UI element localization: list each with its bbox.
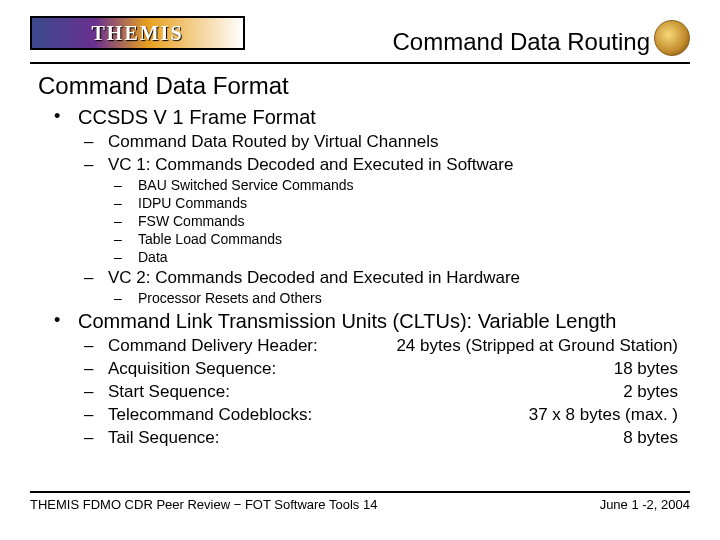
footer-right: June 1 -2, 2004 [600,497,690,512]
bullet-text: Data [138,249,168,265]
cltu-label: Acquisition Sequence: [108,359,276,378]
list-item: Command Delivery Header: 24 bytes (Strip… [78,336,690,356]
bullet-text: CCSDS V 1 Frame Format [78,106,316,128]
bullet-text: Table Load Commands [138,231,282,247]
cltu-value: 37 x 8 bytes (max. ) [529,405,678,425]
cltu-label: Tail Sequence: [108,428,220,447]
list-item: Start Sequence: 2 bytes [78,382,690,402]
slide-header: THEMIS Command Data Routing [30,0,690,64]
bullet-list: CCSDS V 1 Frame Format Command Data Rout… [44,106,690,448]
bullet-text: BAU Switched Service Commands [138,177,354,193]
list-item: CCSDS V 1 Frame Format Command Data Rout… [44,106,690,306]
list-item: VC 2: Commands Decoded and Executed in H… [78,268,690,306]
list-item: Tail Sequence: 8 bytes [78,428,690,448]
bullet-text: VC 2: Commands Decoded and Executed in H… [108,268,520,287]
list-item: Telecommand Codeblocks: 37 x 8 bytes (ma… [78,405,690,425]
bullet-text: IDPU Commands [138,195,247,211]
cltu-value: 2 bytes [623,382,678,402]
cltu-value: 8 bytes [623,428,678,448]
list-item: Table Load Commands [108,231,690,247]
cltu-label: Telecommand Codeblocks: [108,405,312,424]
footer-left: THEMIS FDMO CDR Peer Review − FOT Softwa… [30,497,377,512]
list-item: Processor Resets and Others [108,290,690,306]
list-item: VC 1: Commands Decoded and Executed in S… [78,155,690,265]
list-item: Command Data Routed by Virtual Channels [78,132,690,152]
themis-logo: THEMIS [30,16,245,50]
list-item: Command Link Transmission Units (CLTUs):… [44,310,690,448]
slide-footer: THEMIS FDMO CDR Peer Review − FOT Softwa… [30,491,690,512]
cltu-value: 18 bytes [614,359,678,379]
mission-badge-icon [654,20,690,56]
list-item: IDPU Commands [108,195,690,211]
cltu-value: 24 bytes (Stripped at Ground Station) [396,336,678,356]
cltu-label: Start Sequence: [108,382,230,401]
themis-logo-text: THEMIS [91,22,183,45]
bullet-text: Processor Resets and Others [138,290,322,306]
slide-body: Command Data Format CCSDS V 1 Frame Form… [0,64,720,448]
cltu-label: Command Delivery Header: [108,336,318,355]
bullet-text: FSW Commands [138,213,245,229]
slide: THEMIS Command Data Routing Command Data… [0,0,720,540]
section-title: Command Data Format [38,72,690,100]
list-item: FSW Commands [108,213,690,229]
bullet-text: Command Data Routed by Virtual Channels [108,132,438,151]
bullet-text: VC 1: Commands Decoded and Executed in S… [108,155,513,174]
list-item: Data [108,249,690,265]
list-item: Acquisition Sequence: 18 bytes [78,359,690,379]
bullet-text: Command Link Transmission Units (CLTUs):… [78,310,616,332]
slide-title: Command Data Routing [393,28,650,56]
list-item: BAU Switched Service Commands [108,177,690,193]
